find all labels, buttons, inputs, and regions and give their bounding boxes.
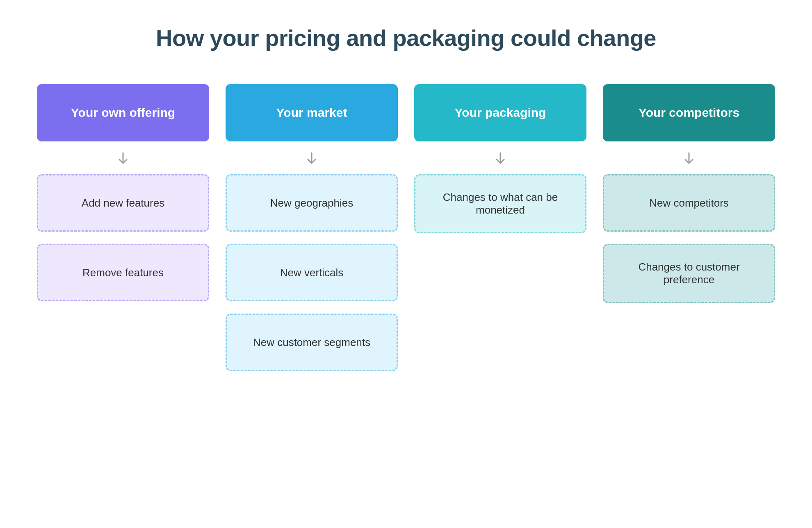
header-own-offering: Your own offering [37,84,209,141]
page-title: How your pricing and packaging could cha… [37,25,775,51]
child-market-2: New customer segments [226,314,398,371]
arrow-own-offering [115,150,131,166]
arrow-market [303,150,320,166]
column-competitors: Your competitors New competitorsChanges … [603,84,775,315]
header-market: Your market [226,84,398,141]
arrow-packaging [492,150,509,166]
header-packaging: Your packaging [414,84,586,141]
column-own-offering: Your own offering Add new featuresRemove… [37,84,209,314]
child-market-1: New verticals [226,244,398,301]
page-container: How your pricing and packaging could cha… [37,25,775,383]
column-packaging: Your packaging Changes to what can be mo… [414,84,586,246]
column-market: Your market New geographiesNew verticals… [226,84,398,383]
child-competitors-1: Changes to customer preference [603,244,775,303]
arrow-competitors [681,150,697,166]
columns-container: Your own offering Add new featuresRemove… [37,84,775,383]
child-own-offering-0: Add new features [37,174,209,232]
child-competitors-0: New competitors [603,174,775,232]
header-competitors: Your competitors [603,84,775,141]
child-own-offering-1: Remove features [37,244,209,301]
child-market-0: New geographies [226,174,398,232]
child-packaging-0: Changes to what can be monetized [414,174,586,233]
